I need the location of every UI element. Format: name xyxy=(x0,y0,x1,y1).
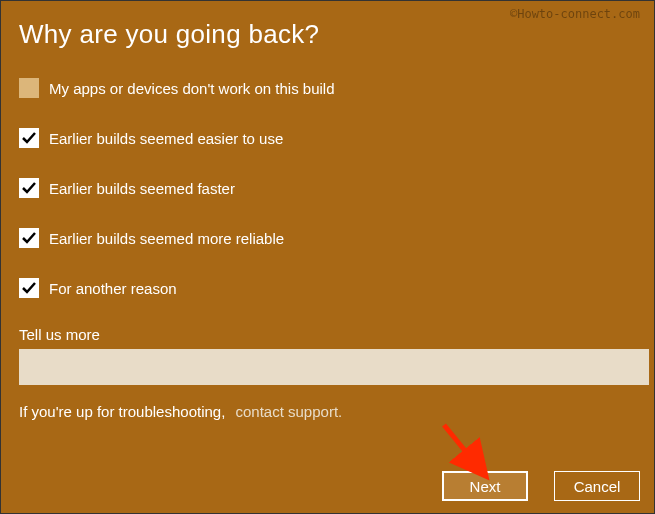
troubleshoot-text: If you're up for troubleshooting, xyxy=(19,403,225,420)
watermark-text: ©Howto-connect.com xyxy=(510,7,640,21)
option-reliable[interactable]: Earlier builds seemed more reliable xyxy=(19,228,636,248)
svg-line-0 xyxy=(444,425,480,469)
troubleshoot-line: If you're up for troubleshooting, contac… xyxy=(19,403,636,420)
option-label: For another reason xyxy=(49,280,177,297)
option-label: My apps or devices don't work on this bu… xyxy=(49,80,335,97)
option-label: Earlier builds seemed easier to use xyxy=(49,130,283,147)
option-easier[interactable]: Earlier builds seemed easier to use xyxy=(19,128,636,148)
option-another-reason[interactable]: For another reason xyxy=(19,278,636,298)
option-label: Earlier builds seemed more reliable xyxy=(49,230,284,247)
tellus-label: Tell us more xyxy=(19,326,636,343)
checkbox-checked-icon[interactable] xyxy=(19,178,39,198)
option-label: Earlier builds seemed faster xyxy=(49,180,235,197)
checkbox-unchecked-icon[interactable] xyxy=(19,78,39,98)
checkbox-checked-icon[interactable] xyxy=(19,278,39,298)
contact-support-link[interactable]: contact support. xyxy=(236,403,343,420)
checkbox-checked-icon[interactable] xyxy=(19,228,39,248)
option-faster[interactable]: Earlier builds seemed faster xyxy=(19,178,636,198)
cancel-button[interactable]: Cancel xyxy=(554,471,640,501)
tellus-input[interactable] xyxy=(19,349,649,385)
page-title: Why are you going back? xyxy=(19,19,636,50)
option-apps-devices[interactable]: My apps or devices don't work on this bu… xyxy=(19,78,636,98)
button-bar: Next Cancel xyxy=(442,471,640,501)
next-button[interactable]: Next xyxy=(442,471,528,501)
checkbox-checked-icon[interactable] xyxy=(19,128,39,148)
dialog-container: Why are you going back? My apps or devic… xyxy=(1,1,654,420)
